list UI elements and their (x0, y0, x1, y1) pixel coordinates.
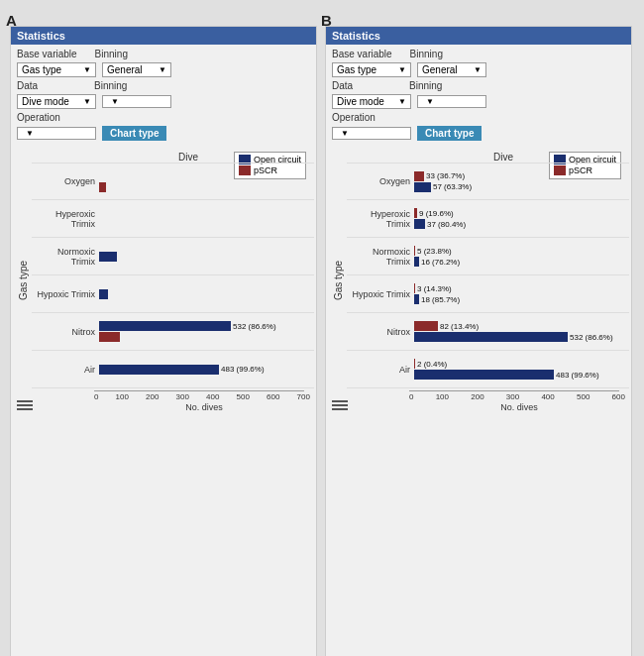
panel-A: AStatisticsBase variableBinning Gas type… (10, 26, 317, 656)
bar-label: 37 (80.4%) (427, 220, 466, 229)
base-variable-label: Base variable (17, 49, 77, 59)
x-tick: 600 (267, 392, 279, 401)
bar-open-circuit (99, 252, 117, 262)
bar-label: 9 (19.6%) (419, 209, 454, 218)
category-label: Nitrox (347, 327, 414, 337)
bar-row: Hyperoxic Trimix (32, 200, 314, 238)
hamburger-line (17, 404, 33, 406)
data-select[interactable]: Dive mode ▼ (332, 94, 411, 109)
bar-label: 82 (13.4%) (440, 322, 479, 331)
bar-open-circuit (414, 182, 431, 192)
operation-select[interactable]: ▼ (332, 127, 411, 140)
bar-open-circuit (414, 294, 419, 304)
bar-open-circuit (414, 332, 568, 342)
binning-label2: Binning (94, 80, 144, 91)
x-tick: 200 (146, 392, 159, 401)
x-tick: 700 (297, 392, 310, 401)
x-tick: 300 (506, 392, 519, 401)
x-tick: 400 (541, 392, 554, 401)
binning-select1[interactable]: General ▼ (102, 62, 171, 77)
x-tick: 500 (237, 392, 250, 401)
x-tick: 500 (577, 392, 590, 401)
bar-row: Hypoxic Trimix3 (14.3%)18 (85.7%) (347, 275, 629, 313)
base-variable-select[interactable]: Gas type ▼ (332, 62, 411, 77)
operation-label: Operation (332, 112, 391, 123)
binning-select2[interactable]: ▼ (102, 95, 171, 108)
bar-row: Oxygen (32, 163, 314, 200)
bar-row: Hyperoxic Trimix9 (19.6%)37 (80.4%) (347, 200, 629, 238)
x-tick: 300 (176, 392, 189, 401)
bar-row: Nitrox82 (13.4%)532 (86.6%) (347, 313, 629, 351)
bar-row: Air483 (99.6%) (32, 351, 314, 388)
x-tick: 400 (206, 392, 219, 401)
bar-pscr (99, 182, 106, 192)
bar-label: 16 (76.2%) (421, 258, 460, 267)
category-label: Hyperoxic Trimix (347, 209, 414, 229)
chart-area: DiveOpen circuitpSCRGas typeOxygen33 (36… (326, 148, 631, 414)
bar-row: Nitrox532 (86.6%) (32, 313, 314, 351)
y-axis-label: Gas type (333, 172, 347, 388)
category-label: Oxygen (32, 176, 99, 186)
x-tick: 100 (436, 392, 449, 401)
bar-row: Oxygen33 (36.7%)57 (63.3%) (347, 163, 629, 200)
stats-header: Statistics (11, 27, 316, 45)
hamburger-menu[interactable] (332, 400, 348, 410)
category-label: Oxygen (347, 176, 414, 186)
hamburger-line (332, 404, 348, 406)
binning-label1: Binning (95, 49, 145, 59)
base-variable-label: Base variable (332, 49, 392, 59)
x-tick: 0 (409, 392, 413, 401)
bar-open-circuit (414, 219, 425, 229)
bar-open-circuit (99, 365, 219, 375)
x-tick: 200 (471, 392, 483, 401)
bar-label: 3 (14.3%) (417, 284, 452, 293)
bar-label: 532 (86.6%) (570, 333, 613, 342)
category-label: Air (347, 365, 414, 375)
hamburger-line (17, 408, 33, 410)
base-variable-select[interactable]: Gas type ▼ (17, 62, 96, 77)
bar-label: 483 (99.6%) (556, 371, 599, 380)
category-label: Hypoxic Trimix (32, 289, 99, 299)
category-label: Nitrox (32, 327, 99, 337)
bar-row: Normoxic Trimix5 (23.8%)16 (76.2%) (347, 238, 629, 275)
binning-label1: Binning (410, 49, 460, 59)
bar-label: 532 (86.6%) (233, 322, 276, 331)
bar-pscr (414, 321, 438, 331)
operation-label: Operation (17, 112, 76, 123)
hamburger-line (17, 400, 33, 402)
bar-open-circuit (414, 257, 419, 267)
binning-label2: Binning (409, 80, 459, 91)
bar-label: 57 (63.3%) (433, 182, 472, 191)
x-axis: 0100200300400500600No. dives (409, 390, 629, 412)
panel-B: BStatisticsBase variableBinning Gas type… (325, 26, 632, 656)
data-label: Data (332, 80, 391, 91)
x-tick: 100 (116, 392, 129, 401)
bar-label: 33 (36.7%) (426, 171, 465, 180)
bar-pscr (414, 359, 415, 369)
chart-type-button[interactable]: Chart type (102, 126, 166, 141)
category-label: Hypoxic Trimix (347, 289, 414, 299)
bar-pscr (414, 208, 417, 218)
hamburger-menu[interactable] (17, 400, 33, 410)
x-tick: 600 (612, 392, 625, 401)
binning-select2[interactable]: ▼ (417, 95, 486, 108)
chart-type-button[interactable]: Chart type (417, 126, 482, 141)
bar-pscr (414, 246, 415, 256)
operation-select[interactable]: ▼ (17, 127, 96, 140)
bar-pscr (99, 332, 120, 342)
bar-open-circuit (99, 321, 231, 331)
binning-select1[interactable]: General ▼ (417, 62, 486, 77)
x-axis-title: No. dives (94, 402, 314, 412)
bar-label: 18 (85.7%) (421, 295, 460, 304)
x-axis: 0100200300400500600700No. dives (94, 390, 314, 412)
bar-open-circuit (414, 370, 554, 380)
bar-label: 2 (0.4%) (417, 360, 447, 369)
bar-row: Air2 (0.4%)483 (99.6%) (347, 351, 629, 388)
bar-label: 483 (99.6%) (221, 365, 265, 374)
category-label: Air (32, 365, 99, 375)
stats-header: Statistics (326, 27, 631, 45)
data-select[interactable]: Dive mode ▼ (17, 94, 96, 109)
bar-label: 5 (23.8%) (417, 247, 452, 256)
y-axis-label: Gas type (18, 172, 32, 388)
bar-open-circuit (99, 289, 108, 299)
